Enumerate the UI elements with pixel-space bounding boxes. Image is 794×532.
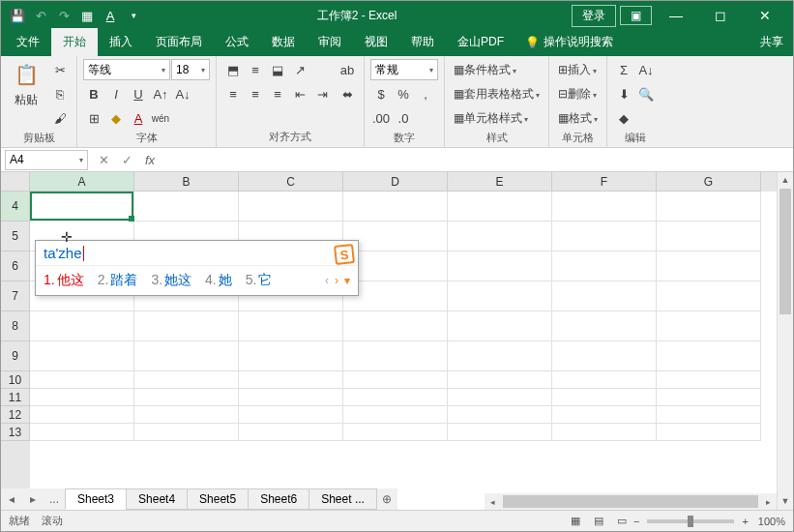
font-family-select[interactable]: 等线▾ [83, 59, 170, 80]
col-header-B[interactable]: B [134, 172, 239, 192]
minimize-button[interactable]: — [654, 1, 698, 30]
italic-button[interactable]: I [105, 83, 127, 104]
zoom-out-icon[interactable]: − [633, 516, 639, 527]
zoom-in-icon[interactable]: + [742, 516, 748, 527]
row-header-11[interactable]: 11 [1, 389, 30, 406]
delete-button[interactable]: ⊟ 删除 [555, 83, 601, 104]
tab-pdf[interactable]: 金山PDF [446, 28, 515, 56]
align-right-icon[interactable]: ≡ [267, 83, 288, 104]
tab-view[interactable]: 视图 [353, 28, 399, 56]
row-header-7[interactable]: 7 [1, 281, 30, 311]
align-middle-icon[interactable]: ≡ [245, 59, 266, 80]
align-bottom-icon[interactable]: ⬓ [267, 59, 288, 80]
cut-icon[interactable]: ✂ [49, 59, 71, 80]
cells-area[interactable] [30, 192, 793, 496]
name-box[interactable]: A4▾ [5, 150, 88, 170]
scroll-left-icon[interactable]: ◂ [485, 497, 501, 507]
font-color-icon[interactable]: A [128, 107, 149, 129]
indent-right-icon[interactable]: ⇥ [311, 83, 333, 104]
align-left-icon[interactable]: ≡ [222, 83, 244, 104]
wrap-text-icon[interactable]: ab [337, 59, 358, 80]
border-icon[interactable]: ⊞ [83, 107, 104, 129]
sheet-tab-5[interactable]: Sheet ... [309, 488, 377, 510]
tab-data[interactable]: 数据 [260, 28, 307, 56]
close-button[interactable]: ✕ [743, 1, 787, 30]
tab-insert[interactable]: 插入 [98, 28, 144, 56]
ime-cand-1[interactable]: 1.他这 [44, 272, 84, 289]
row-header-12[interactable]: 12 [1, 406, 30, 424]
comma-icon[interactable]: , [415, 83, 436, 104]
decrease-decimal-icon[interactable]: .0 [393, 107, 414, 129]
indent-left-icon[interactable]: ⇤ [289, 83, 310, 104]
sheet-tab-4[interactable]: Sheet6 [248, 488, 309, 510]
fx-icon[interactable]: fx [138, 150, 162, 170]
scroll-down-icon[interactable]: ▼ [778, 493, 793, 510]
row-header-5[interactable]: 5 [1, 222, 30, 251]
font-color-icon[interactable]: A [100, 5, 121, 26]
merge-icon[interactable]: ⬌ [337, 83, 358, 104]
col-header-C[interactable]: C [239, 172, 343, 192]
clear-icon[interactable]: ◆ [613, 107, 634, 129]
bold-button[interactable]: B [83, 83, 104, 104]
paste-button[interactable]: 📋 粘贴 [7, 59, 45, 108]
ime-cand-3[interactable]: 3.她这 [151, 272, 191, 289]
row-header-6[interactable]: 6 [1, 251, 30, 281]
enter-formula-icon[interactable]: ✓ [115, 150, 138, 170]
ime-prev-icon[interactable]: ‹ [325, 274, 329, 287]
row-header-9[interactable]: 9 [1, 341, 30, 371]
autosum-icon[interactable]: Σ [613, 59, 634, 80]
row-header-13[interactable]: 13 [1, 424, 30, 441]
underline-button[interactable]: U [128, 83, 149, 104]
tab-file[interactable]: 文件 [5, 28, 51, 56]
format-table-button[interactable]: ▦ 套用表格格式 [451, 83, 543, 104]
view-page-icon[interactable]: ▤ [588, 513, 609, 530]
align-top-icon[interactable]: ⬒ [222, 59, 244, 80]
align-center-icon[interactable]: ≡ [245, 83, 266, 104]
col-header-F[interactable]: F [552, 172, 657, 192]
maximize-button[interactable]: ◻ [698, 1, 743, 30]
table-icon[interactable]: ▦ [76, 5, 98, 26]
find-icon[interactable]: 🔍 [635, 83, 657, 104]
ribbon-display-button[interactable]: ▣ [620, 6, 652, 25]
col-header-A[interactable]: A [30, 172, 134, 192]
zoom-slider[interactable] [647, 519, 734, 523]
sheet-nav-next[interactable]: ▸ [22, 492, 44, 506]
tab-layout[interactable]: 页面布局 [144, 28, 214, 56]
tab-help[interactable]: 帮助 [399, 28, 446, 56]
undo-icon[interactable]: ↶ [30, 5, 51, 26]
cell-styles-button[interactable]: ▦ 单元格样式 [451, 107, 543, 129]
view-break-icon[interactable]: ▭ [611, 513, 632, 530]
increase-decimal-icon[interactable]: .00 [370, 107, 392, 129]
number-format-select[interactable]: 常规▾ [370, 59, 438, 80]
redo-icon[interactable]: ↷ [53, 5, 74, 26]
row-header-8[interactable]: 8 [1, 311, 30, 341]
col-header-E[interactable]: E [448, 172, 552, 192]
col-header-G[interactable]: G [657, 172, 761, 192]
tab-formulas[interactable]: 公式 [214, 28, 260, 56]
login-button[interactable]: 登录 [572, 5, 616, 27]
orientation-icon[interactable]: ↗ [289, 59, 310, 80]
sheet-nav-prev[interactable]: ◂ [1, 492, 22, 506]
sheet-tab-3[interactable]: Sheet5 [187, 488, 249, 510]
phonetic-icon[interactable]: wén [150, 107, 171, 129]
horizontal-scrollbar[interactable]: ◂ ▸ [485, 493, 777, 510]
ime-cand-5[interactable]: 5.它 [246, 272, 273, 289]
insert-button[interactable]: ⊞ 插入 [555, 59, 601, 80]
view-normal-icon[interactable]: ▦ [565, 513, 586, 530]
tell-me[interactable]: 💡操作说明搜索 [515, 28, 623, 56]
cancel-formula-icon[interactable]: ✕ [92, 150, 115, 170]
fill-color-icon[interactable]: ◆ [105, 107, 127, 129]
sheet-nav-more[interactable]: ... [44, 492, 65, 506]
hscroll-thumb[interactable] [503, 495, 758, 508]
qat-customize-icon[interactable]: ▾ [123, 5, 144, 26]
increase-font-icon[interactable]: A↑ [150, 83, 171, 104]
font-size-select[interactable]: 18▾ [171, 59, 210, 80]
format-painter-icon[interactable]: 🖌 [49, 107, 71, 129]
copy-icon[interactable]: ⎘ [49, 83, 71, 104]
add-sheet-icon[interactable]: ⊕ [376, 492, 397, 506]
tab-review[interactable]: 审阅 [307, 28, 353, 56]
sort-filter-icon[interactable]: A↓ [635, 59, 657, 80]
conditional-format-button[interactable]: ▦ 条件格式 [451, 59, 543, 80]
sheet-tab-1[interactable]: Sheet3 [65, 488, 127, 510]
decrease-font-icon[interactable]: A↓ [172, 83, 193, 104]
